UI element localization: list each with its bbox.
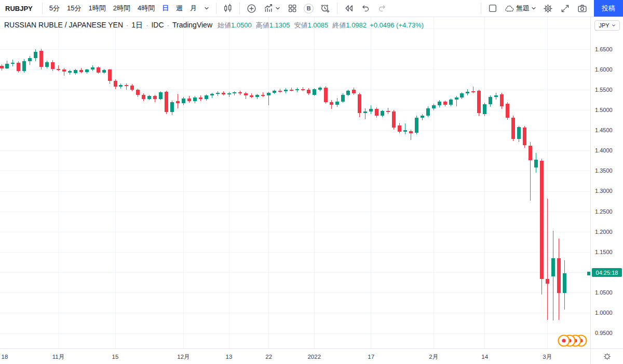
- candle-body: [449, 100, 453, 104]
- ohlc-item: 始値1.0500: [218, 21, 252, 30]
- interval-button-15分[interactable]: 15分: [63, 2, 85, 15]
- candle-body: [494, 95, 498, 97]
- time-tick-label: 2022: [307, 354, 321, 360]
- broker-button[interactable]: B: [301, 2, 317, 15]
- toolbar-separator: [337, 3, 337, 14]
- chart-legend: RUSSIAN RUBLE / JAPANESE YEN · 1日 · IDC …: [4, 21, 424, 30]
- candlestick-icon: [223, 4, 233, 13]
- legend-dot: ·: [146, 21, 148, 29]
- gear-icon: [603, 353, 611, 360]
- price-axis[interactable]: 0.95001.00001.05001.15001.20001.25001.30…: [590, 17, 623, 348]
- chart-canvas[interactable]: [0, 17, 590, 348]
- b-badge: B: [304, 4, 314, 13]
- candle-body: [273, 91, 276, 93]
- candle-body: [261, 95, 265, 96]
- toolbar-separator: [481, 3, 481, 14]
- candle-body: [102, 70, 106, 73]
- candle-body: [193, 97, 197, 101]
- legend-symbol-title[interactable]: RUSSIAN RUBLE / JAPANESE YEN: [4, 21, 123, 29]
- candle-body: [216, 93, 220, 94]
- alert-button[interactable]: [317, 2, 334, 15]
- candle-body: [125, 85, 128, 86]
- ohlc-item: 終値1.0982: [332, 21, 367, 30]
- time-axis[interactable]: 1811月1512月13222022172月143月: [0, 348, 623, 364]
- candle-body: [79, 70, 83, 72]
- legend-dot: ·: [126, 21, 128, 29]
- interval-button-2時間[interactable]: 2時間: [110, 2, 134, 15]
- candle-body: [551, 258, 555, 276]
- currency-unit-button[interactable]: JPY: [594, 20, 620, 31]
- toolbar-right-group: 無題 投稿: [478, 0, 623, 17]
- candle-body: [267, 93, 270, 95]
- layout-grid-button[interactable]: [284, 2, 301, 15]
- candle-body: [176, 101, 180, 103]
- screenshot-button[interactable]: [574, 2, 591, 15]
- interval-button-4時間[interactable]: 4時間: [134, 2, 158, 15]
- candle-body: [489, 97, 492, 104]
- price-tick-label: 1.6500: [595, 46, 613, 53]
- candle-body: [443, 102, 447, 105]
- alarm-clock-plus-icon: [320, 4, 330, 13]
- time-tick-label: 2月: [429, 353, 438, 360]
- interval-button-月[interactable]: 月: [186, 2, 200, 15]
- interval-button-1時間[interactable]: 1時間: [85, 2, 109, 15]
- candle-body: [62, 69, 66, 72]
- fullscreen-icon: [560, 4, 570, 13]
- interval-button-日[interactable]: 日: [158, 2, 172, 15]
- candle-body: [57, 69, 60, 70]
- undo-button[interactable]: [357, 2, 374, 15]
- candle-body: [284, 90, 288, 92]
- layout-select-button[interactable]: [484, 2, 501, 15]
- cloud-icon: [504, 4, 514, 13]
- publish-button[interactable]: 投稿: [594, 0, 623, 17]
- candle-body: [159, 92, 162, 99]
- layout-name: 無題: [516, 4, 530, 13]
- toolbar-left-group: RUBJPY 5分15分1時間2時間4時間日週月: [0, 2, 390, 15]
- candle-body: [403, 130, 407, 132]
- candle-body: [45, 62, 49, 67]
- grid-layout-icon: [288, 4, 297, 13]
- candle-body: [330, 102, 333, 105]
- chevron-down-icon: [275, 6, 280, 11]
- price-tick-label: 0.9500: [595, 330, 613, 337]
- time-tick-label: 15: [112, 354, 119, 360]
- candle-body: [301, 89, 305, 90]
- tradingview-app: RUBJPY 5分15分1時間2時間4時間日週月: [0, 0, 623, 364]
- symbol-button[interactable]: RUBJPY: [4, 5, 39, 12]
- candle-body: [233, 92, 236, 93]
- interval-button-5分[interactable]: 5分: [46, 2, 63, 15]
- chart-style-button[interactable]: [220, 2, 236, 15]
- plus-circle-icon: [247, 4, 256, 13]
- compare-button[interactable]: [243, 2, 260, 15]
- candle-body: [153, 96, 157, 99]
- save-layout-button[interactable]: 無題: [501, 2, 539, 15]
- legend-change: +0.0496 (+4.73%): [370, 21, 424, 29]
- candle-body: [381, 111, 384, 116]
- legend-exchange[interactable]: IDC: [151, 21, 164, 29]
- chart-region: RUSSIAN RUBLE / JAPANESE YEN · 1日 · IDC …: [0, 17, 590, 348]
- legend-interval[interactable]: 1日: [131, 21, 143, 30]
- fullscreen-button[interactable]: [557, 2, 574, 15]
- time-axis-settings-corner[interactable]: [590, 349, 623, 364]
- candle-body: [85, 69, 89, 72]
- candle-body: [466, 92, 469, 93]
- gear-icon: [543, 4, 553, 13]
- idc-data-provider-logo[interactable]: [558, 334, 589, 347]
- candle-body: [358, 94, 361, 113]
- legend-ohlc: 始値1.0500高値1.1305安値1.0085終値1.0982: [218, 21, 367, 30]
- ohlc-item: 安値1.0085: [294, 21, 329, 30]
- price-tick-label: 1.2500: [595, 208, 613, 215]
- candles-layer: [0, 49, 566, 320]
- chevron-down-icon: [204, 6, 209, 11]
- candle-body: [506, 104, 509, 118]
- candle-body: [369, 109, 373, 111]
- indicators-button[interactable]: [260, 2, 284, 15]
- price-tick-label: 1.6000: [595, 66, 613, 73]
- time-tick-label: 14: [481, 354, 488, 360]
- candle-body: [39, 51, 43, 67]
- interval-menu-button[interactable]: [200, 2, 213, 15]
- redo-button[interactable]: [374, 2, 390, 15]
- chart-settings-button[interactable]: [539, 2, 557, 15]
- bar-replay-button[interactable]: [341, 2, 357, 15]
- interval-button-週[interactable]: 週: [172, 2, 186, 15]
